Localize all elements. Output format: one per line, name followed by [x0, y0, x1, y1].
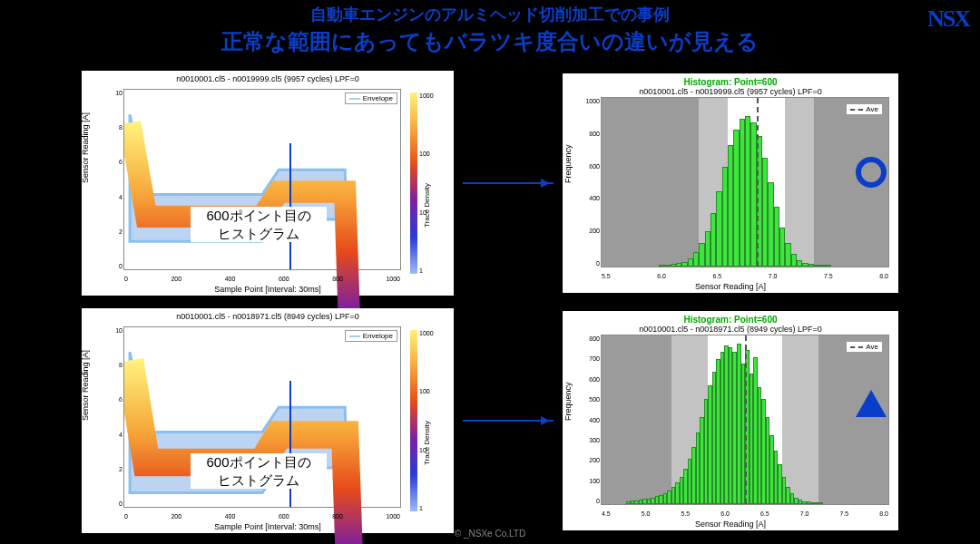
- y-ticks: 0246810: [101, 90, 122, 269]
- legend-label: Envelope: [363, 94, 393, 102]
- colorbar: [410, 330, 417, 511]
- x-ticks: 02004006008001000: [124, 513, 400, 520]
- hist-y-ticks: 02004006008001000: [578, 98, 600, 267]
- colorbar-label: Trace Density: [423, 421, 431, 465]
- hist-legend-ave: Ave: [846, 103, 883, 115]
- hist-title: Histogram: Point=600 n0010001.cl5 - n001…: [563, 311, 898, 334]
- brand-logo: NSX: [927, 5, 969, 33]
- hist-legend-ave: Ave: [846, 341, 883, 353]
- plot-area: 02004006008001000 0246810: [123, 89, 401, 270]
- legend-swatch: [349, 98, 360, 100]
- hist-title: Histogram: Point=600 n0010001.cl5 - n001…: [563, 73, 898, 96]
- hist-x-label: Sensor Reading [A]: [563, 282, 898, 291]
- hist-plot-area: Ave 4.55.05.56.06.57.07.58.0 01002003004…: [601, 335, 889, 505]
- plot-area: 02004006008001000 0246810: [123, 326, 401, 508]
- mean-line: [757, 98, 759, 267]
- arrow-icon: [463, 182, 554, 184]
- status-good-icon: [856, 157, 887, 188]
- hist-y-label: Frequency: [564, 382, 573, 421]
- colorbar-label: Trace Density: [423, 183, 431, 228]
- legend-envelope: Envelope: [345, 92, 397, 104]
- chart-title: n0010001.cl5 - n0018971.cl5 (8949 cycles…: [82, 308, 454, 321]
- histogram-bars: [602, 98, 888, 267]
- y-axis-label: Sensor Reading [A]: [81, 112, 90, 183]
- marker-line-600: [289, 381, 291, 507]
- hist-x-label: Sensor Reading [A]: [563, 520, 898, 529]
- histogram-chart-bottom: Histogram: Point=600 n0010001.cl5 - n001…: [563, 311, 898, 530]
- histogram-bar: [826, 265, 831, 267]
- y-axis-label: Sensor Reading [A]: [81, 350, 90, 421]
- page-subtitle: 自動車エンジンのアルミヘッド切削加工での事例: [0, 4, 980, 25]
- trace-envelope-svg: [124, 327, 400, 544]
- hist-plot-area: Ave 5.56.06.57.07.58.0 02004006008001000: [601, 97, 889, 267]
- hist-x-ticks: 5.56.06.57.07.58.0: [602, 273, 888, 279]
- hist-y-ticks: 0100200300400500600700800: [578, 335, 600, 504]
- trace-density-chart-top: n0010001.cl5 - n0019999.cl5 (9957 cycles…: [82, 71, 454, 296]
- histogram-chart-top: Histogram: Point=600 n0010001.cl5 - n001…: [563, 73, 898, 293]
- dashed-swatch-icon: [850, 346, 863, 348]
- page-title: 正常な範囲にあってもバラツキ度合いの違いが見える: [0, 27, 980, 56]
- chart-title: n0010001.cl5 - n0019999.cl5 (9957 cycles…: [82, 71, 454, 83]
- hist-y-label: Frequency: [564, 144, 573, 183]
- arrow-icon: [463, 420, 554, 422]
- mean-line: [745, 335, 747, 504]
- chart-row-top: n0010001.cl5 - n0019999.cl5 (9957 cycles…: [82, 71, 898, 296]
- histogram-bar: [818, 502, 823, 504]
- hist-x-ticks: 4.55.05.56.06.57.07.58.0: [602, 510, 888, 517]
- chart-row-bottom: n0010001.cl5 - n0018971.cl5 (8949 cycles…: [82, 308, 898, 533]
- x-axis-label: Sample Point [Interval: 30ms]: [82, 285, 454, 294]
- marker-line-600: [289, 143, 291, 269]
- x-ticks: 02004006008001000: [124, 276, 400, 282]
- dashed-swatch-icon: [850, 109, 863, 111]
- y-ticks: 0246810: [101, 327, 122, 507]
- copyright-text: © _NSXe Co.LTD: [0, 529, 980, 539]
- status-caution-icon: [856, 390, 887, 421]
- colorbar: [410, 92, 417, 274]
- legend-label: Envelope: [363, 332, 393, 340]
- legend-swatch: [349, 335, 360, 337]
- legend-envelope: Envelope: [345, 330, 397, 342]
- trace-density-chart-bottom: n0010001.cl5 - n0018971.cl5 (8949 cycles…: [82, 308, 454, 533]
